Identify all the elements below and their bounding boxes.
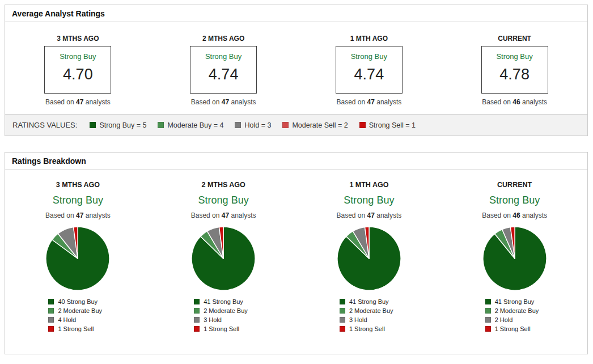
breakdown-row: 3 MTHS AGO Strong Buy Based on 47 analys… [5,170,587,354]
ratings-values-strip: RATINGS VALUES: Strong Buy = 5 Moderate … [5,114,587,136]
legend-text: Hold = 3 [244,121,271,129]
based-on-prefix: Based on [482,211,511,219]
pie-legend-item: 1 Strong Sell [48,325,107,332]
pie-chart-svg [481,225,548,292]
pie-chart [190,225,257,292]
hold-swatch-icon [194,317,200,323]
based-on-suffix: analysts [231,211,256,219]
legend-text: Strong Sell = 1 [369,121,416,129]
panel-title: Ratings Breakdown [5,153,587,170]
average-ratings-row: 3 MTHS AGO Strong Buy 4.70 Based on 47 a… [5,22,587,114]
period-label: 3 MTHS AGO [56,181,100,189]
moderate-sell-swatch-icon [282,122,289,128]
rating-box: Strong Buy 4.74 [336,46,403,94]
analyst-count: 47 [76,211,83,219]
pie-chart [336,225,403,292]
pie-legend-text: 41 Strong Buy [495,298,535,305]
pie-legend: 41 Strong Buy2 Moderate Buy2 Hold1 Stron… [485,298,544,332]
rating-box: Strong Buy 4.74 [190,46,257,94]
rating-value: 4.74 [209,66,239,83]
pie-legend-text: 41 Strong Buy [349,298,389,305]
based-on-prefix: Based on [482,98,511,106]
pie-legend-item: 2 Moderate Buy [340,307,399,314]
pie-chart-svg [44,225,111,292]
pie-legend-item: 1 Strong Sell [194,325,253,332]
based-on-text: Based on 47 analysts [45,211,111,219]
rating-text: Strong Buy [496,52,532,61]
rating-column-2mths: 2 MTHS AGO Strong Buy 4.74 Based on 47 a… [151,35,296,106]
based-on-suffix: analysts [522,98,547,106]
rating-text: Strong Buy [351,52,387,61]
hold-swatch-icon [340,317,345,323]
based-on-suffix: analysts [86,211,111,219]
breakdown-column-2mths: 2 MTHS AGO Strong Buy Based on 47 analys… [151,181,296,332]
based-on-suffix: analysts [376,211,401,219]
based-on-suffix: analysts [376,98,401,106]
strong_buy-swatch-icon [485,299,491,304]
legend-item-moderate-sell: Moderate Sell = 2 [282,121,348,129]
pie-legend-item: 41 Strong Buy [340,298,399,305]
panel-title: Average Analyst Ratings [5,5,587,22]
pie-legend-text: 40 Strong Buy [58,298,98,305]
based-on-text: Based on 47 analysts [336,98,401,106]
pie-legend-item: 3 Hold [340,316,399,323]
rating-text: Strong Buy [198,194,249,206]
legend-item-strong-sell: Strong Sell = 1 [359,121,416,129]
period-label: 3 MTHS AGO [57,35,99,43]
rating-value: 4.78 [499,66,530,83]
hold-swatch-icon [48,317,54,323]
based-on-suffix: analysts [522,211,547,219]
pie-legend-item: 40 Strong Buy [48,298,107,305]
pie-legend-text: 2 Moderate Buy [58,307,102,314]
pie-legend-text: 4 Hold [58,316,76,323]
rating-value: 4.70 [63,66,93,83]
pie-legend-text: 2 Moderate Buy [495,307,539,314]
analyst-count: 47 [367,211,375,219]
pie-legend: 41 Strong Buy2 Moderate Buy3 Hold1 Stron… [194,298,253,332]
moderate_buy-swatch-icon [48,308,54,314]
pie-chart-svg [336,225,403,292]
based-on-prefix: Based on [45,211,74,219]
strong_buy-swatch-icon [340,299,345,304]
pie-legend-text: 2 Moderate Buy [204,307,248,314]
strong_sell-swatch-icon [340,326,345,332]
based-on-prefix: Based on [45,98,74,106]
hold-swatch-icon [485,317,491,323]
pie-legend-item: 2 Moderate Buy [194,307,253,314]
analyst-count: 47 [76,98,83,106]
moderate-buy-swatch-icon [158,122,164,128]
strong_buy-swatch-icon [194,299,200,304]
legend-item-strong-buy: Strong Buy = 5 [90,121,146,129]
analyst-count: 47 [222,211,229,219]
pie-legend-text: 1 Strong Sell [349,325,385,332]
based-on-text: Based on 47 analysts [191,98,256,106]
pie-legend-item: 2 Hold [485,316,544,323]
based-on-suffix: analysts [231,98,256,106]
legend-text: Strong Buy = 5 [99,121,146,129]
strong_sell-swatch-icon [48,326,54,332]
period-label: 2 MTHS AGO [201,181,245,189]
pie-legend-text: 41 Strong Buy [204,298,243,305]
pie-chart [44,225,111,292]
based-on-text: Based on 47 analysts [191,211,256,219]
moderate_buy-swatch-icon [340,308,345,314]
hold-swatch-icon [235,122,241,128]
legend-item-hold: Hold = 3 [235,121,271,129]
strong_sell-swatch-icon [194,326,200,332]
pie-legend-item: 2 Moderate Buy [48,307,107,314]
pie-legend-item: 2 Moderate Buy [485,307,544,314]
analyst-count: 47 [222,98,229,106]
ratings-breakdown-panel: Ratings Breakdown 3 MTHS AGO Strong Buy … [5,152,588,354]
rating-box: Strong Buy 4.70 [44,46,111,94]
moderate_buy-swatch-icon [485,308,491,314]
rating-text: Strong Buy [205,52,242,61]
pie-legend-item: 4 Hold [48,316,107,323]
pie-legend-item: 41 Strong Buy [194,298,253,305]
pie-legend-text: 2 Moderate Buy [349,307,393,314]
period-label: 1 MTH AGO [350,35,388,43]
analyst-count: 47 [367,98,375,106]
legend-item-moderate-buy: Moderate Buy = 4 [158,121,223,129]
pie-legend-item: 1 Strong Sell [340,325,399,332]
breakdown-column-3mths: 3 MTHS AGO Strong Buy Based on 47 analys… [5,181,151,332]
pie-chart [481,225,548,292]
